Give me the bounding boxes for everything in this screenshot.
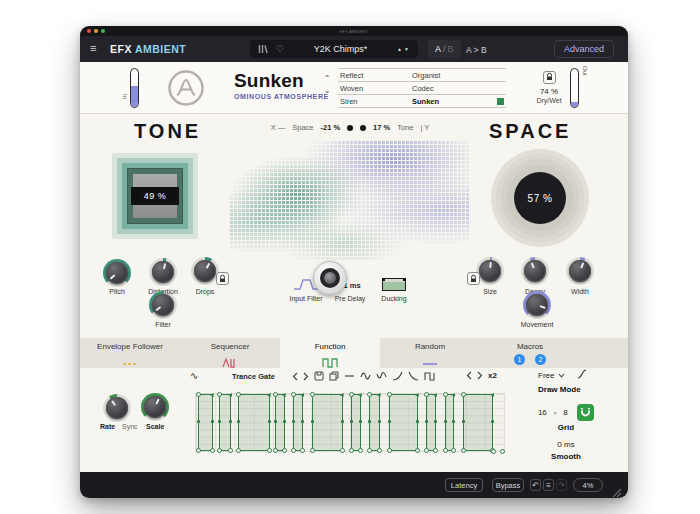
gate-step[interactable]: [369, 394, 379, 451]
copy-icon[interactable]: [329, 371, 339, 381]
drywet-lock-icon[interactable]: [543, 71, 556, 84]
filter-knob[interactable]: [152, 294, 174, 316]
drywet-value[interactable]: 74 %: [532, 87, 566, 96]
grid-cols-value[interactable]: 16: [538, 408, 547, 417]
shift-right-icon[interactable]: [477, 371, 483, 380]
rate-knob[interactable]: [106, 397, 128, 419]
preset-browser-field[interactable]: ♡ Y2K Chimps* ▲▼: [250, 40, 418, 58]
shift-left-icon[interactable]: [466, 371, 472, 380]
input-gain-fill: [131, 86, 138, 107]
input-gain-slider[interactable]: [130, 68, 139, 108]
macro-1-badge[interactable]: 1: [514, 354, 525, 365]
drops-knob[interactable]: [194, 260, 216, 282]
trance-gate-editor[interactable]: [195, 393, 505, 452]
draw-mode-value[interactable]: Free: [538, 371, 554, 380]
preset-up-chevron[interactable]: ⌃: [321, 74, 333, 84]
shape-flat-icon[interactable]: [344, 371, 355, 381]
bypass-button[interactable]: Bypass: [492, 478, 524, 492]
width-knob[interactable]: [569, 260, 591, 282]
shape-sine2-icon[interactable]: [376, 371, 387, 381]
next-shape-icon[interactable]: [303, 372, 309, 381]
gate-step-low[interactable]: [494, 394, 503, 451]
snap-magnet-icon[interactable]: [577, 404, 594, 421]
chevron-down-icon[interactable]: [558, 371, 565, 380]
xy-joystick[interactable]: [313, 261, 347, 295]
tab-function[interactable]: Function: [280, 338, 380, 368]
tab-random[interactable]: Random: [380, 338, 480, 368]
current-preset-name[interactable]: Y2K Chimps*: [284, 44, 397, 54]
minimize-window-icon[interactable]: [94, 29, 98, 33]
undo-icon[interactable]: ↶: [530, 479, 541, 491]
gate-step[interactable]: [275, 394, 285, 451]
ab-toggle[interactable]: A / B: [428, 40, 461, 58]
gate-step[interactable]: [293, 394, 303, 451]
distortion-knob[interactable]: [152, 261, 174, 283]
prev-shape-icon[interactable]: [292, 372, 298, 381]
favorite-heart-icon[interactable]: ♡: [276, 44, 284, 54]
main-panel: TONE SPACE X — Space -21 % 17 % Tone | Y…: [80, 114, 628, 338]
slew-curve-icon[interactable]: [577, 369, 587, 381]
multiply-button[interactable]: x2: [488, 371, 497, 380]
grid-rows-value[interactable]: 8: [563, 408, 567, 417]
preset-down-chevron[interactable]: ⌄: [321, 86, 333, 96]
macro-2-badge[interactable]: 2: [535, 354, 546, 365]
tone-amount-knob[interactable]: 49 %: [127, 168, 183, 224]
preset-list-item[interactable]: Codec: [410, 82, 506, 95]
advanced-button[interactable]: Advanced: [554, 40, 614, 58]
resize-handle-icon[interactable]: [612, 484, 622, 502]
gate-step[interactable]: [389, 394, 418, 451]
preset-list-item-selected[interactable]: Sunken: [410, 95, 506, 108]
zoom-window-icon[interactable]: [101, 29, 105, 33]
y-param-name[interactable]: Tone: [397, 123, 413, 132]
y-axis-label: | Y: [420, 123, 429, 132]
hamburger-menu-icon[interactable]: ≡: [90, 43, 96, 54]
close-window-icon[interactable]: [87, 29, 91, 33]
gate-step[interactable]: [426, 394, 436, 451]
preset-list-item[interactable]: Organist: [410, 69, 506, 82]
size-knob[interactable]: [479, 260, 501, 282]
movement-knob[interactable]: [526, 294, 548, 316]
preset-subtitle: OMINOUS ATMOSPHERE: [234, 93, 329, 100]
tone-amount-value: 49 %: [131, 187, 179, 205]
window-controls[interactable]: [87, 29, 105, 33]
xy-morph-pad[interactable]: [230, 140, 470, 260]
sync-label[interactable]: Sync: [122, 423, 138, 430]
gate-step[interactable]: [219, 394, 231, 451]
copy-a-to-b-button[interactable]: A > B: [466, 45, 487, 55]
gate-step[interactable]: [445, 394, 455, 451]
gate-step[interactable]: [463, 394, 493, 451]
library-icon[interactable]: [258, 40, 268, 58]
gate-step[interactable]: [198, 394, 213, 451]
gate-step[interactable]: [238, 394, 270, 451]
space-amount-knob[interactable]: 57 %: [514, 172, 566, 224]
redo-icon[interactable]: ↷: [556, 479, 567, 491]
ducking-icon[interactable]: [382, 278, 406, 291]
gate-step[interactable]: [351, 394, 361, 451]
y-param-value[interactable]: 17 %: [373, 123, 390, 132]
latency-button[interactable]: Latency: [445, 478, 483, 492]
gate-step[interactable]: [312, 394, 342, 451]
shape-ramp-down-icon[interactable]: [408, 371, 419, 381]
app-title: EFX AMBIENT: [110, 43, 186, 55]
tab-sequencer[interactable]: Sequencer: [180, 338, 280, 368]
space-lock-icon[interactable]: [467, 272, 480, 285]
function-name[interactable]: Trance Gate: [232, 372, 275, 381]
cpu-meter[interactable]: 4%: [573, 478, 603, 492]
save-icon[interactable]: [314, 371, 324, 381]
decay-knob[interactable]: [524, 260, 546, 282]
tone-lock-icon[interactable]: [216, 272, 229, 285]
x-param-value[interactable]: -21 %: [321, 123, 341, 132]
scale-label: Scale: [146, 423, 164, 430]
tab-envelope-follower[interactable]: Envelope Follower: [80, 338, 180, 368]
output-gain-slider[interactable]: [570, 68, 579, 108]
pitch-knob[interactable]: [106, 262, 128, 284]
tab-macros[interactable]: Macros 1 2: [480, 338, 580, 368]
x-param-name[interactable]: Space: [292, 123, 313, 132]
history-icon[interactable]: ≡: [543, 479, 554, 491]
scale-knob[interactable]: [144, 396, 166, 418]
shape-square-icon[interactable]: [424, 371, 435, 381]
shape-ramp-up-icon[interactable]: [392, 371, 403, 381]
shape-sine-icon[interactable]: [360, 371, 371, 381]
preset-prev-next-arrows[interactable]: ▲▼: [397, 46, 411, 52]
smooth-value[interactable]: 0 ms: [535, 440, 597, 449]
